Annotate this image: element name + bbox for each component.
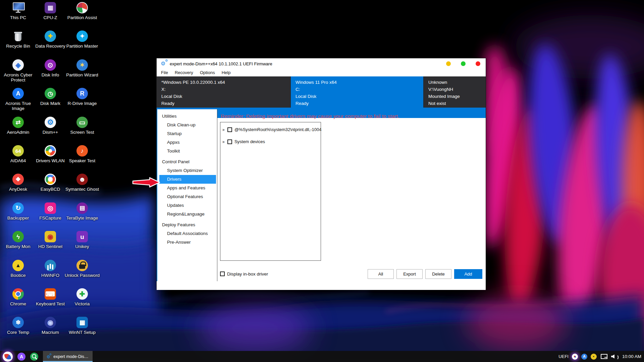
taskbar-clock[interactable]: 10:00 AM <box>622 354 641 359</box>
sidebar-item-default-associations[interactable]: Default Associations <box>157 229 217 238</box>
tray-network-icon[interactable] <box>600 354 607 359</box>
tray-appstore-icon[interactable]: A <box>581 354 587 360</box>
desktop-icon-partition-master[interactable]: ✦ Partition Master <box>66 30 98 49</box>
sidebar-item-apps-and-features[interactable]: Apps and Features <box>157 184 217 192</box>
driver-tree: ▶@%SystemRoot%\system32\ntprint.dll,-100… <box>220 122 321 261</box>
expand-arrow-icon[interactable]: ▶ <box>223 140 225 143</box>
backupper-icon: ↻ <box>12 202 24 214</box>
sidebar-item-updates[interactable]: Updates <box>157 201 217 210</box>
tray-volume-icon[interactable] <box>611 354 618 359</box>
tray-disk-icon[interactable]: ▪ <box>591 354 597 360</box>
sidebar-item-optional-features[interactable]: Optional Features <box>157 192 217 201</box>
desktop-icon-grid: This PC ▦ CPU-Z Partition Assist Recycle… <box>2 0 103 351</box>
window-titlebar[interactable]: expert mode-Dism++x64 10.1.1002.1 UEFI F… <box>157 58 486 69</box>
sidebar-item-disk-clean-up[interactable]: Disk Clean-up <box>157 121 217 129</box>
desktop-icon-speaker-test[interactable]: ♪ Speaker Test <box>66 144 98 163</box>
desktop-icon-acronis-true-image[interactable]: A Acronis True Image <box>2 87 34 111</box>
unlock-password-icon <box>76 260 88 271</box>
taskbar-task-button[interactable]: expert mode-Dism++... <box>43 351 93 362</box>
desktop-icon-acronis-cyber-protect[interactable]: ◈ Acronis Cyber Protect <box>2 59 34 82</box>
sidebar-item-appxs[interactable]: Appxs <box>157 138 217 147</box>
action-buttons: AllExportDeleteAdd <box>368 269 482 279</box>
speaker-test-icon: ♪ <box>76 145 88 157</box>
hd-sentinel-icon: ◉ <box>45 231 56 242</box>
menu-recovery[interactable]: Recovery <box>171 69 197 76</box>
delete-button[interactable]: Delete <box>425 269 451 279</box>
taskbar-launchers: A <box>0 352 38 362</box>
gear-icon <box>161 61 167 67</box>
tree-item-systemroot-system32-ntprint-dl[interactable]: ▶@%SystemRoot%\system32\ntprint.dll,-100… <box>223 127 321 132</box>
close-button[interactable] <box>476 61 480 66</box>
desktop-icon-symantec-ghost[interactable]: ☻ Symantec Ghost <box>66 173 98 192</box>
gear-icon <box>47 354 51 359</box>
dismpp-window: expert mode-Dism++x64 10.1.1002.1 UEFI F… <box>156 58 486 290</box>
tree-checkbox[interactable] <box>227 139 232 144</box>
image-panel-1[interactable]: *Windows PE 10.0.22000.1 x64X:Local Disk… <box>157 76 291 108</box>
desktop-icon-label: TeraByte Image <box>45 216 119 221</box>
desktop-icon-unikey[interactable]: u Unikey <box>66 230 98 249</box>
desktop-icon-label: Partition Master <box>45 44 119 49</box>
sidebar-item-pre-answer[interactable]: Pre-Answer <box>157 238 217 247</box>
desktop-icon-victoria[interactable]: ✚ Victoria <box>66 288 98 306</box>
desktop-icon-label: Symantec Ghost <box>45 187 119 192</box>
all-button[interactable]: All <box>368 269 394 279</box>
tree-item-system-devices[interactable]: ▶System devices <box>223 139 321 144</box>
desktop-icon-partition-assist[interactable]: Partition Assist <box>66 1 98 20</box>
task-button-label: expert mode-Dism++... <box>53 354 90 359</box>
desktop-icon-terabyte-image[interactable]: ▤ TeraByte Image <box>66 202 98 221</box>
image-panel-2[interactable]: Windows 11 Pro x64C:Local DiskReady <box>291 76 424 108</box>
symantec-ghost-icon: ☻ <box>76 174 88 185</box>
desktop-icon-r-drive-image[interactable]: R R-Drive Image <box>66 87 98 106</box>
desktop-icon-partition-wizard[interactable]: ✶ Partition Wizard <box>66 59 98 77</box>
system-tray: UEFI A▪ 10:00 AM <box>558 351 641 362</box>
core-temp-icon: ❄ <box>12 317 24 328</box>
maximize-button[interactable] <box>461 61 466 66</box>
hwinfo-icon <box>45 260 56 271</box>
dismpp-icon: ⚙ <box>45 117 56 128</box>
sidebar-item-drivers[interactable]: Drivers <box>159 175 216 184</box>
menu-file[interactable]: File <box>158 69 171 76</box>
drivers-page: Reminder: Deleting important drivers may… <box>217 109 486 281</box>
sidebar-item-startup[interactable]: Startup <box>157 129 217 138</box>
expand-arrow-icon[interactable]: ▶ <box>223 128 225 131</box>
display-inbox-driver-checkbox[interactable] <box>220 272 225 276</box>
desktop-icon-label: Speaker Test <box>45 158 119 163</box>
partition-wizard-icon: ✶ <box>76 59 88 71</box>
recycle-bin-icon <box>12 31 24 42</box>
sidebar-item-region-language[interactable]: Region&Language <box>157 210 217 219</box>
tray-feather-icon[interactable] <box>572 354 578 360</box>
launcher-feather-icon[interactable] <box>3 352 13 362</box>
this-pc-icon <box>12 2 24 13</box>
display-inbox-driver-label: Display in-box driver <box>227 272 268 277</box>
desktop-icon-label: Victoria <box>45 301 119 306</box>
sidebar-section-deploy-features: Deploy Features <box>157 221 217 229</box>
partition-master-icon: ✦ <box>76 31 88 42</box>
disk-info-icon: ⊙ <box>45 59 56 71</box>
image-panel-3[interactable]: UnknownV:\VuongNHMounted ImageNot exist <box>424 76 486 108</box>
desktop-icon-winnt-setup[interactable]: ▦ WinNT Setup <box>66 316 98 335</box>
minimize-button[interactable] <box>446 61 451 66</box>
disk-mark-icon: ◷ <box>45 88 56 99</box>
export-button[interactable]: Export <box>396 269 423 279</box>
launcher-search-icon[interactable] <box>30 353 38 361</box>
display-inbox-driver-checkbox-group[interactable]: Display in-box driver <box>220 272 268 277</box>
menu-options[interactable]: Options <box>197 69 218 76</box>
add-button[interactable]: Add <box>454 269 482 279</box>
victoria-icon: ✚ <box>76 288 88 300</box>
screen-test-icon: ▭ <box>76 117 88 128</box>
anydesk-icon: ❖ <box>12 174 24 185</box>
sidebar-item-system-optimizer[interactable]: System Optimizer <box>157 166 217 175</box>
window-controls <box>446 61 480 66</box>
acronis-cyber-protect-icon: ◈ <box>12 59 24 71</box>
sidebar-item-toolkit[interactable]: Toolkit <box>157 147 217 156</box>
desktop-icon-unlock-password[interactable]: Unlock Password <box>66 259 98 278</box>
battery-mon-icon: ϟ <box>12 231 24 242</box>
desktop-icon-label: WinNT Setup <box>45 330 119 335</box>
desktop-icon-label: Unikey <box>45 244 119 249</box>
desktop-icon-screen-test[interactable]: ▭ Screen Test <box>66 116 98 135</box>
tree-checkbox[interactable] <box>227 127 232 132</box>
desktop-icon-label: Partition Assist <box>45 15 119 20</box>
menu-help[interactable]: Help <box>218 69 234 76</box>
launcher-appstore-icon[interactable]: A <box>17 353 25 361</box>
aeroadmin-icon: ⇄ <box>12 117 24 128</box>
